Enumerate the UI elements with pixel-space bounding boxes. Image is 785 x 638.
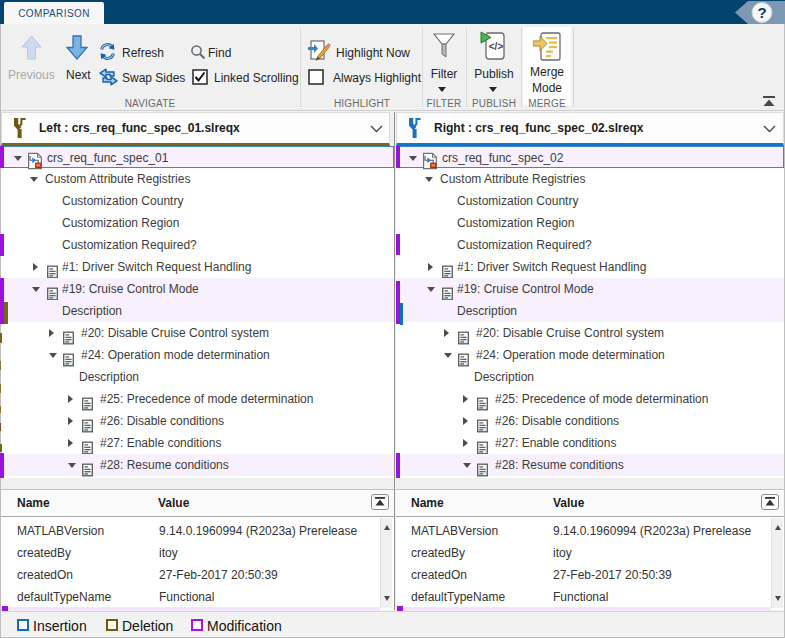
- svg-text:?: ?: [757, 4, 766, 21]
- svg-text:</>: </>: [489, 41, 504, 52]
